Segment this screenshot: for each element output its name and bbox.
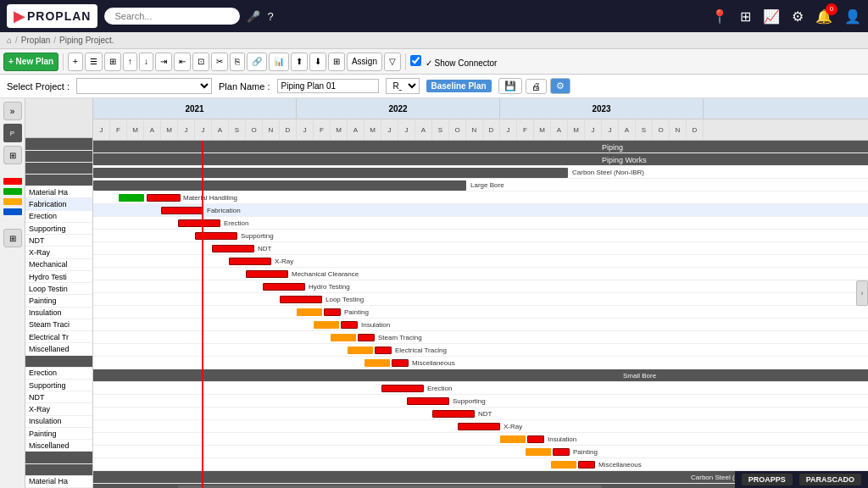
sidebar-icon-1[interactable]: »: [3, 102, 22, 120]
gantt-row-supporting: Supporting: [93, 230, 868, 242]
logo: ▶ PROPLAN: [7, 4, 97, 28]
bar-fab-red: [161, 207, 203, 214]
show-connector-checkbox[interactable]: [410, 55, 421, 66]
gantt-row-piping-works: Piping Works: [93, 153, 868, 166]
gantt-label-small-bore: Small Bore: [623, 372, 656, 380]
bar-xray2-red: [458, 423, 500, 430]
bar-insulation2-yellow: [500, 435, 526, 443]
task-row-steam: Steam Traci: [25, 319, 92, 331]
assign-button[interactable]: Assign: [347, 53, 382, 71]
task-row-material-handling: Material Ha: [25, 186, 92, 198]
gantt-label-loop: Loop Testing: [326, 296, 364, 303]
outdent-button[interactable]: ⇤: [174, 53, 191, 71]
gantt-label-piping-works: Piping Works: [602, 156, 647, 164]
gantt-label-misc2: Miscellaneous: [598, 461, 642, 469]
bc-proplan[interactable]: Proplan: [21, 36, 50, 45]
print-icon-button[interactable]: 🖨: [526, 79, 547, 94]
filter-button[interactable]: ▽: [384, 53, 401, 71]
arrow-down-button[interactable]: ↓: [139, 53, 153, 71]
copy2-button[interactable]: ⊞: [328, 53, 345, 71]
month-cell-13: F: [314, 119, 331, 141]
gantt-label-painting: Painting: [344, 308, 369, 316]
gantt-row-ndt2: NDT: [93, 408, 868, 420]
project-dropdown[interactable]: [76, 78, 212, 94]
parascado-button[interactable]: PARASCADO: [799, 474, 861, 485]
show-connector-label[interactable]: ✓ Show Connector: [410, 55, 498, 68]
bar-ndt-red: [212, 245, 254, 252]
scissors-button[interactable]: ✂: [211, 53, 228, 71]
save-icon-button[interactable]: 💾: [498, 78, 522, 94]
copy-button[interactable]: ⎘: [230, 53, 245, 71]
task-row-carbon-non-ibr: [25, 163, 92, 175]
month-header-row: JFMAMJJASONDJFMAMJJASONDJFMAMJJASOND: [93, 119, 868, 141]
gantt-row-insulation: Insulation: [93, 319, 868, 331]
add-row-button[interactable]: +: [68, 53, 83, 71]
gantt-label-erection2: Erection: [427, 385, 452, 392]
list2-button[interactable]: ⊞: [104, 53, 121, 71]
gantt-body: Piping Piping Works Carbon Steel (Non-IB…: [93, 141, 868, 488]
month-cell-29: J: [585, 119, 602, 141]
search-input[interactable]: [104, 8, 240, 25]
year-2021: 2021: [93, 98, 297, 119]
user-icon[interactable]: 👤: [844, 8, 861, 25]
download-button[interactable]: ⬇: [309, 53, 326, 71]
current-date-line: [202, 141, 203, 488]
plan-name-input[interactable]: [277, 79, 379, 93]
gantt-row-painting: Painting: [93, 306, 868, 319]
month-cell-14: M: [331, 119, 348, 141]
revision-dropdown[interactable]: R_0: [386, 78, 420, 94]
grid-icon[interactable]: ⊞: [740, 8, 751, 25]
gantt-label-electrical: Electrical Tracing: [395, 347, 447, 354]
gantt-row-xray: X-Ray: [93, 255, 868, 268]
bar-carbon-non-ibr: [93, 168, 568, 178]
indent-button[interactable]: ⇥: [155, 53, 172, 71]
gantt-row-erection2: Erection: [93, 382, 868, 395]
bar-painting-yellow: [297, 308, 322, 316]
main-content: » P ⊞ ⊞ Material Ha Fabrication Erection…: [0, 98, 868, 488]
notification-badge: 0: [826, 3, 837, 15]
task-row-painting: Painting: [25, 295, 92, 307]
proapps-button[interactable]: PROAPPS: [742, 474, 793, 485]
list-button[interactable]: ☰: [85, 53, 103, 71]
home-icon[interactable]: ⌂: [7, 36, 12, 45]
color-indicator-blue: [3, 208, 22, 215]
month-cell-28: M: [568, 119, 585, 141]
logo-text: PROPLAN: [27, 9, 91, 23]
chart2-button[interactable]: 📊: [269, 53, 289, 71]
month-cell-4: M: [161, 119, 178, 141]
sidebar-icon-3[interactable]: ⊞: [3, 229, 22, 247]
task-row-piping-works: [25, 151, 92, 163]
mic-icon: 🎤: [247, 10, 260, 23]
bc-project[interactable]: Piping Project.: [59, 36, 114, 45]
task-row-ndt: NDT: [25, 235, 92, 247]
gantt-label-insulation: Insulation: [361, 321, 390, 329]
link-button[interactable]: 🔗: [247, 53, 267, 71]
chart-icon[interactable]: 📈: [763, 8, 780, 25]
gantt-label-fabrication: Fabrication: [207, 207, 241, 214]
new-plan-button[interactable]: + New Plan: [3, 53, 58, 71]
scroll-indicator[interactable]: ›: [856, 280, 868, 306]
sidebar-icon-2[interactable]: ⊞: [3, 146, 22, 164]
month-cell-31: A: [619, 119, 636, 141]
task-row-misc2: Miscellaned: [25, 440, 92, 452]
task-row-material-handling2: Material Ha: [25, 476, 92, 488]
bar-insulation-yellow: [314, 321, 339, 329]
map-marker-icon[interactable]: 📍: [711, 8, 728, 25]
align-button[interactable]: ⊡: [192, 53, 209, 71]
settings-icon-button[interactable]: ⚙: [550, 78, 570, 94]
toolbar-separator2: [405, 53, 406, 70]
month-cell-8: S: [229, 119, 246, 141]
nav-icons: 📍 ⊞ 📈 ⚙ 🔔 0 👤: [711, 8, 861, 25]
sidebar-logo-icon: P: [3, 124, 22, 142]
month-cell-23: D: [483, 119, 500, 141]
task-row-large-bore: [25, 175, 92, 186]
task-row-misc: Miscellaned: [25, 343, 92, 355]
bar-electrical-red: [375, 347, 392, 354]
color-indicator-green: [3, 188, 22, 195]
arrow-up-button[interactable]: ↑: [123, 53, 137, 71]
task-row-carbon-ibr: [25, 452, 92, 463]
upload-button[interactable]: ⬆: [291, 53, 308, 71]
task-row-large-bore2: [25, 464, 92, 476]
gantt-row-hydro: Hydro Testing: [93, 280, 868, 293]
gear-icon[interactable]: ⚙: [792, 8, 804, 25]
